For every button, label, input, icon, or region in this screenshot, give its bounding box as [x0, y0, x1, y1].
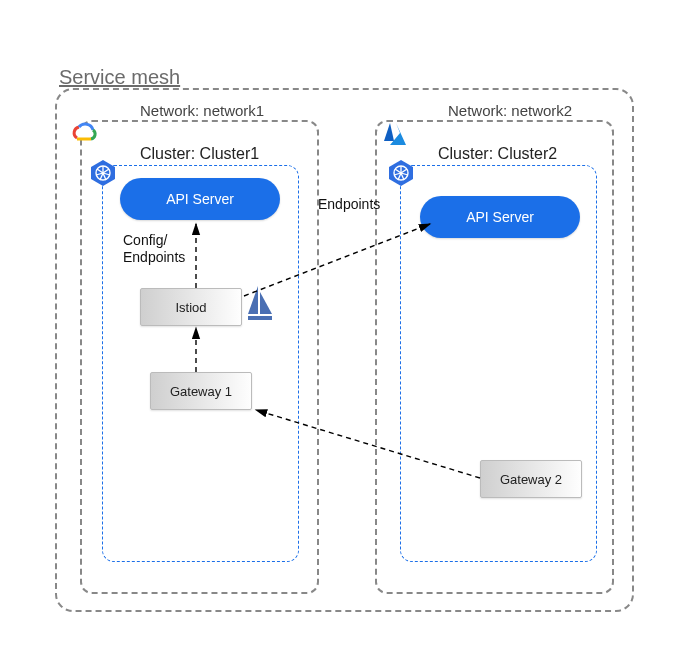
diagram-canvas: Service mesh Network: network1 Network: … [0, 0, 700, 650]
istiod-node: Istiod [140, 288, 242, 326]
kubernetes-icon [88, 158, 118, 192]
endpoints-label: Endpoints [318, 196, 380, 213]
cluster1-box [102, 165, 299, 562]
istio-icon [244, 284, 276, 328]
svg-rect-18 [248, 316, 272, 320]
config-endpoints-label: Config/ Endpoints [123, 232, 185, 266]
cluster2-label: Cluster: Cluster2 [438, 145, 557, 163]
gateway-2-node: Gateway 2 [480, 460, 582, 498]
api-server-1: API Server [120, 178, 280, 220]
gateway-1-node: Gateway 1 [150, 372, 252, 410]
azure-icon [380, 120, 410, 154]
kubernetes-icon [386, 158, 416, 192]
google-cloud-icon [67, 120, 101, 150]
network1-label: Network: network1 [140, 102, 264, 119]
network2-label: Network: network2 [448, 102, 572, 119]
service-mesh-title: Service mesh [59, 66, 180, 89]
cluster1-label: Cluster: Cluster1 [140, 145, 259, 163]
api-server-2: API Server [420, 196, 580, 238]
